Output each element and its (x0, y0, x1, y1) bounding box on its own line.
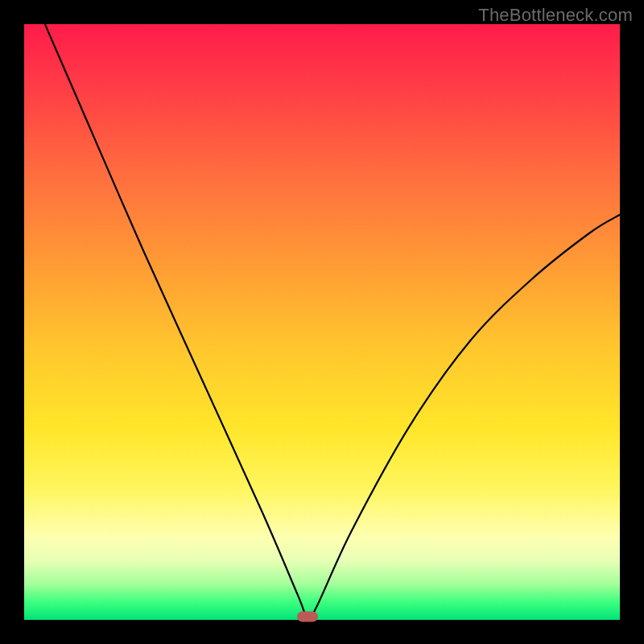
bottleneck-curve (24, 24, 620, 620)
curve-line (45, 24, 620, 619)
minimum-marker (297, 612, 318, 622)
plot-area (24, 24, 620, 620)
chart-frame: TheBottleneck.com (0, 0, 644, 644)
watermark-text: TheBottleneck.com (478, 5, 633, 26)
